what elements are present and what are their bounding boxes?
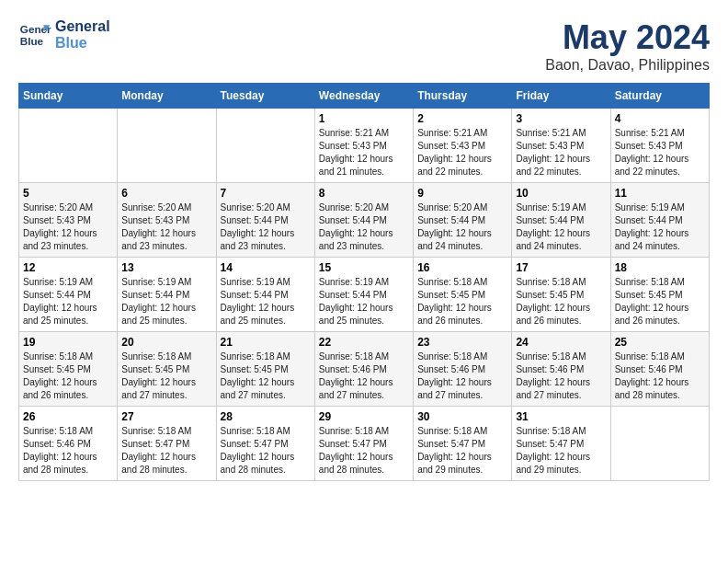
day-cell-21: 21Sunrise: 5:18 AM Sunset: 5:45 PM Dayli…: [216, 332, 314, 407]
week-row: 19Sunrise: 5:18 AM Sunset: 5:45 PM Dayli…: [19, 332, 710, 407]
day-number: 29: [319, 410, 409, 423]
logo-line2: Blue: [55, 35, 110, 52]
day-cell-3: 3Sunrise: 5:21 AM Sunset: 5:43 PM Daylig…: [512, 109, 610, 183]
day-number: 27: [121, 410, 211, 423]
day-info: Sunrise: 5:21 AM Sunset: 5:43 PM Dayligh…: [417, 127, 507, 178]
day-number: 22: [319, 336, 409, 349]
day-number: 16: [417, 261, 507, 274]
day-cell-22: 22Sunrise: 5:18 AM Sunset: 5:46 PM Dayli…: [314, 332, 413, 407]
day-cell-16: 16Sunrise: 5:18 AM Sunset: 5:45 PM Dayli…: [414, 258, 512, 332]
day-cell-11: 11Sunrise: 5:19 AM Sunset: 5:44 PM Dayli…: [610, 183, 709, 258]
day-info: Sunrise: 5:18 AM Sunset: 5:46 PM Dayligh…: [516, 350, 606, 402]
logo-icon: General Blue: [18, 18, 51, 52]
col-header-saturday: Saturday: [610, 84, 709, 109]
day-cell-12: 12Sunrise: 5:19 AM Sunset: 5:44 PM Dayli…: [19, 258, 118, 332]
day-info: Sunrise: 5:18 AM Sunset: 5:47 PM Dayligh…: [221, 425, 311, 477]
calendar-table: SundayMondayTuesdayWednesdayThursdayFrid…: [18, 83, 710, 481]
header-row: SundayMondayTuesdayWednesdayThursdayFrid…: [19, 84, 710, 109]
col-header-thursday: Thursday: [414, 84, 512, 109]
day-info: Sunrise: 5:18 AM Sunset: 5:45 PM Dayligh…: [615, 276, 705, 327]
day-number: 20: [121, 336, 211, 349]
day-info: Sunrise: 5:18 AM Sunset: 5:46 PM Dayligh…: [615, 350, 705, 402]
day-info: Sunrise: 5:21 AM Sunset: 5:43 PM Dayligh…: [516, 127, 606, 178]
day-cell-19: 19Sunrise: 5:18 AM Sunset: 5:45 PM Dayli…: [19, 332, 118, 407]
empty-cell: [216, 109, 314, 183]
day-info: Sunrise: 5:18 AM Sunset: 5:47 PM Dayligh…: [516, 425, 606, 477]
empty-cell: [610, 407, 709, 481]
day-info: Sunrise: 5:19 AM Sunset: 5:44 PM Dayligh…: [516, 201, 606, 253]
day-number: 17: [516, 261, 606, 274]
logo-line1: General: [55, 18, 110, 35]
day-cell-27: 27Sunrise: 5:18 AM Sunset: 5:47 PM Dayli…: [118, 407, 216, 481]
col-header-sunday: Sunday: [19, 84, 118, 109]
day-cell-13: 13Sunrise: 5:19 AM Sunset: 5:44 PM Dayli…: [118, 258, 216, 332]
day-info: Sunrise: 5:18 AM Sunset: 5:47 PM Dayligh…: [417, 425, 507, 477]
day-number: 3: [516, 112, 606, 125]
logo: General Blue General Blue: [18, 18, 110, 52]
day-info: Sunrise: 5:18 AM Sunset: 5:45 PM Dayligh…: [417, 276, 507, 327]
day-cell-14: 14Sunrise: 5:19 AM Sunset: 5:44 PM Dayli…: [216, 258, 314, 332]
title-block: May 2024 Baon, Davao, Philippines: [545, 18, 710, 74]
week-row: 12Sunrise: 5:19 AM Sunset: 5:44 PM Dayli…: [19, 258, 710, 332]
day-number: 14: [221, 261, 311, 274]
day-info: Sunrise: 5:21 AM Sunset: 5:43 PM Dayligh…: [615, 127, 705, 178]
day-info: Sunrise: 5:20 AM Sunset: 5:44 PM Dayligh…: [319, 201, 409, 253]
day-number: 9: [417, 187, 507, 200]
day-info: Sunrise: 5:18 AM Sunset: 5:45 PM Dayligh…: [516, 276, 606, 327]
empty-cell: [19, 109, 118, 183]
week-row: 1Sunrise: 5:21 AM Sunset: 5:43 PM Daylig…: [19, 109, 710, 183]
day-info: Sunrise: 5:19 AM Sunset: 5:44 PM Dayligh…: [615, 201, 705, 253]
week-row: 5Sunrise: 5:20 AM Sunset: 5:43 PM Daylig…: [19, 183, 710, 258]
day-info: Sunrise: 5:19 AM Sunset: 5:44 PM Dayligh…: [121, 276, 211, 327]
day-number: 13: [121, 261, 211, 274]
day-cell-4: 4Sunrise: 5:21 AM Sunset: 5:43 PM Daylig…: [610, 109, 709, 183]
svg-text:Blue: Blue: [20, 35, 44, 47]
day-number: 15: [319, 261, 409, 274]
day-cell-30: 30Sunrise: 5:18 AM Sunset: 5:47 PM Dayli…: [414, 407, 512, 481]
page-header: General Blue General Blue May 2024 Baon,…: [18, 18, 710, 74]
day-cell-10: 10Sunrise: 5:19 AM Sunset: 5:44 PM Dayli…: [512, 183, 610, 258]
day-number: 6: [121, 187, 211, 200]
day-cell-23: 23Sunrise: 5:18 AM Sunset: 5:46 PM Dayli…: [414, 332, 512, 407]
day-number: 28: [221, 410, 311, 423]
day-number: 7: [221, 187, 311, 200]
day-number: 5: [23, 187, 113, 200]
day-cell-15: 15Sunrise: 5:19 AM Sunset: 5:44 PM Dayli…: [314, 258, 413, 332]
col-header-tuesday: Tuesday: [216, 84, 314, 109]
day-info: Sunrise: 5:18 AM Sunset: 5:46 PM Dayligh…: [417, 350, 507, 402]
day-cell-18: 18Sunrise: 5:18 AM Sunset: 5:45 PM Dayli…: [610, 258, 709, 332]
day-number: 4: [615, 112, 705, 125]
day-info: Sunrise: 5:18 AM Sunset: 5:45 PM Dayligh…: [221, 350, 311, 402]
day-info: Sunrise: 5:18 AM Sunset: 5:47 PM Dayligh…: [121, 425, 211, 477]
subtitle: Baon, Davao, Philippines: [545, 57, 710, 74]
day-number: 21: [221, 336, 311, 349]
day-info: Sunrise: 5:18 AM Sunset: 5:45 PM Dayligh…: [121, 350, 211, 402]
main-title: May 2024: [545, 18, 710, 57]
day-number: 24: [516, 336, 606, 349]
day-number: 8: [319, 187, 409, 200]
col-header-wednesday: Wednesday: [314, 84, 413, 109]
day-cell-9: 9Sunrise: 5:20 AM Sunset: 5:44 PM Daylig…: [414, 183, 512, 258]
day-cell-17: 17Sunrise: 5:18 AM Sunset: 5:45 PM Dayli…: [512, 258, 610, 332]
col-header-friday: Friday: [512, 84, 610, 109]
day-cell-2: 2Sunrise: 5:21 AM Sunset: 5:43 PM Daylig…: [414, 109, 512, 183]
day-number: 23: [417, 336, 507, 349]
col-header-monday: Monday: [118, 84, 216, 109]
empty-cell: [118, 109, 216, 183]
day-number: 2: [417, 112, 507, 125]
day-number: 1: [319, 112, 409, 125]
week-row: 26Sunrise: 5:18 AM Sunset: 5:46 PM Dayli…: [19, 407, 710, 481]
day-cell-1: 1Sunrise: 5:21 AM Sunset: 5:43 PM Daylig…: [314, 109, 413, 183]
day-number: 18: [615, 261, 705, 274]
day-info: Sunrise: 5:19 AM Sunset: 5:44 PM Dayligh…: [23, 276, 113, 327]
day-cell-25: 25Sunrise: 5:18 AM Sunset: 5:46 PM Dayli…: [610, 332, 709, 407]
day-number: 31: [516, 410, 606, 423]
day-info: Sunrise: 5:20 AM Sunset: 5:43 PM Dayligh…: [23, 201, 113, 253]
day-cell-7: 7Sunrise: 5:20 AM Sunset: 5:44 PM Daylig…: [216, 183, 314, 258]
day-cell-6: 6Sunrise: 5:20 AM Sunset: 5:43 PM Daylig…: [118, 183, 216, 258]
day-info: Sunrise: 5:18 AM Sunset: 5:45 PM Dayligh…: [23, 350, 113, 402]
day-number: 26: [23, 410, 113, 423]
day-info: Sunrise: 5:20 AM Sunset: 5:43 PM Dayligh…: [121, 201, 211, 253]
day-number: 25: [615, 336, 705, 349]
day-cell-8: 8Sunrise: 5:20 AM Sunset: 5:44 PM Daylig…: [314, 183, 413, 258]
